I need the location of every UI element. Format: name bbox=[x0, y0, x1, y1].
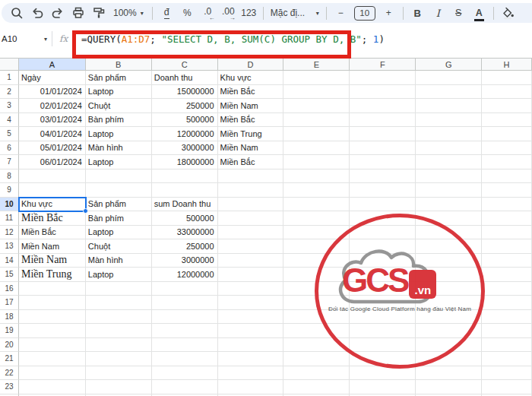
cell-H4[interactable] bbox=[482, 113, 532, 128]
row-header-21[interactable]: 21 bbox=[0, 352, 19, 366]
cell-A16[interactable] bbox=[19, 282, 86, 296]
cell-D4[interactable]: Miền Bắc bbox=[218, 113, 284, 128]
decrease-font-size-button[interactable]: − bbox=[331, 3, 351, 23]
cell-D17[interactable] bbox=[218, 296, 284, 310]
row-header-10[interactable]: 10 bbox=[0, 198, 19, 212]
cell-D10[interactable] bbox=[218, 198, 284, 212]
cell-C4[interactable]: 500000 bbox=[152, 113, 218, 128]
cell-A8[interactable] bbox=[19, 169, 86, 184]
cell-H19[interactable] bbox=[482, 324, 532, 338]
column-header-A[interactable]: A bbox=[19, 58, 86, 71]
column-header-D[interactable]: D bbox=[218, 58, 284, 71]
cell-E22[interactable] bbox=[283, 366, 350, 381]
cell-A23[interactable] bbox=[19, 380, 86, 394]
cell-G19[interactable] bbox=[416, 324, 482, 338]
row-header-4[interactable]: 4 bbox=[0, 113, 19, 128]
cell-G23[interactable] bbox=[416, 380, 482, 394]
cell-B12[interactable]: Laptop bbox=[86, 226, 152, 240]
cell-A21[interactable] bbox=[19, 352, 86, 366]
cell-G5[interactable] bbox=[416, 127, 482, 141]
cell-E15[interactable] bbox=[283, 268, 350, 282]
cell-C18[interactable] bbox=[152, 310, 218, 325]
cell-B1[interactable]: Sản phẩm bbox=[86, 71, 152, 85]
cell-B16[interactable] bbox=[86, 282, 152, 296]
cell-E12[interactable] bbox=[283, 226, 350, 240]
cell-C2[interactable]: 15000000 bbox=[152, 85, 218, 100]
cell-B10[interactable]: Sản phẩm bbox=[86, 198, 152, 212]
cell-A18[interactable] bbox=[19, 310, 86, 325]
cell-A10[interactable]: Khu vực bbox=[19, 198, 86, 212]
row-header-18[interactable]: 18 bbox=[0, 310, 19, 325]
row-header-20[interactable]: 20 bbox=[0, 338, 19, 353]
cell-B15[interactable]: Laptop bbox=[86, 268, 152, 282]
cell-G1[interactable] bbox=[416, 71, 482, 85]
cell-C20[interactable] bbox=[152, 338, 218, 353]
cell-D23[interactable] bbox=[218, 380, 284, 394]
cell-B6[interactable]: Màn hình bbox=[86, 141, 152, 156]
cell-E20[interactable] bbox=[283, 338, 350, 353]
cell-C6[interactable]: 3000000 bbox=[152, 141, 218, 156]
cell-D19[interactable] bbox=[218, 324, 284, 338]
row-header-3[interactable]: 3 bbox=[0, 99, 19, 113]
cell-H11[interactable] bbox=[482, 211, 532, 226]
cell-H17[interactable] bbox=[482, 296, 532, 310]
cell-G10[interactable] bbox=[416, 198, 482, 212]
cell-G4[interactable] bbox=[416, 113, 482, 128]
cell-A22[interactable] bbox=[19, 366, 86, 381]
select-all-corner[interactable] bbox=[0, 58, 19, 71]
row-header-16[interactable]: 16 bbox=[0, 282, 19, 296]
cell-F17[interactable] bbox=[350, 296, 416, 310]
cell-A12[interactable]: Miền Bắc bbox=[19, 226, 86, 240]
redo-icon[interactable] bbox=[47, 3, 68, 23]
cell-F3[interactable] bbox=[350, 99, 416, 113]
increase-font-size-button[interactable]: + bbox=[378, 3, 399, 23]
cell-H22[interactable] bbox=[482, 366, 532, 381]
row-header-19[interactable]: 19 bbox=[0, 324, 19, 338]
cell-C3[interactable]: 250000 bbox=[152, 99, 218, 113]
increase-decimal-button[interactable]: .00 → bbox=[218, 3, 239, 23]
cell-G9[interactable] bbox=[416, 183, 482, 198]
search-icon[interactable] bbox=[6, 3, 27, 23]
cell-C11[interactable]: 500000 bbox=[152, 211, 218, 226]
cell-G12[interactable] bbox=[416, 226, 482, 240]
cell-H3[interactable] bbox=[482, 99, 532, 113]
cell-G22[interactable] bbox=[416, 366, 482, 381]
row-header-17[interactable]: 17 bbox=[0, 296, 19, 310]
zoom-select[interactable]: 100% ▾ bbox=[109, 3, 148, 23]
cell-H9[interactable] bbox=[482, 183, 532, 198]
cell-D20[interactable] bbox=[218, 338, 284, 353]
cell-E19[interactable] bbox=[283, 324, 350, 338]
cell-D22[interactable] bbox=[218, 366, 284, 381]
cell-C7[interactable]: 18000000 bbox=[152, 155, 218, 169]
strikethrough-button[interactable]: S bbox=[448, 3, 469, 23]
cell-D3[interactable]: Miền Nam bbox=[218, 99, 284, 113]
cell-D7[interactable]: Miền Bắc bbox=[218, 155, 284, 169]
cell-C14[interactable]: 3000000 bbox=[152, 254, 218, 268]
font-size-input[interactable]: 10 bbox=[354, 6, 375, 21]
row-header-9[interactable]: 9 bbox=[0, 183, 19, 198]
cell-A11[interactable]: Miền Bắc bbox=[19, 211, 86, 226]
cell-F7[interactable] bbox=[350, 155, 416, 169]
row-header-1[interactable]: 1 bbox=[0, 71, 19, 85]
percent-format-button[interactable]: % bbox=[177, 3, 198, 23]
cell-G17[interactable] bbox=[416, 296, 482, 310]
cell-H5[interactable] bbox=[482, 127, 532, 141]
cell-H20[interactable] bbox=[482, 338, 532, 353]
cell-H18[interactable] bbox=[482, 310, 532, 325]
cell-B23[interactable] bbox=[86, 380, 152, 394]
column-header-B[interactable]: B bbox=[86, 58, 152, 71]
cell-E1[interactable] bbox=[283, 71, 350, 85]
cell-H10[interactable] bbox=[482, 198, 532, 212]
cell-G14[interactable] bbox=[416, 254, 482, 268]
bold-button[interactable]: B bbox=[407, 3, 428, 23]
cell-C8[interactable] bbox=[152, 169, 218, 184]
cell-C21[interactable] bbox=[152, 352, 218, 366]
row-header-12[interactable]: 12 bbox=[0, 226, 19, 240]
cell-F8[interactable] bbox=[350, 169, 416, 184]
cell-E11[interactable] bbox=[283, 211, 350, 226]
cell-F12[interactable] bbox=[350, 226, 416, 240]
cell-H1[interactable] bbox=[482, 71, 532, 85]
cell-B18[interactable] bbox=[86, 310, 152, 325]
cell-D9[interactable] bbox=[218, 183, 284, 198]
cell-A4[interactable]: 03/01/2024 bbox=[19, 113, 86, 128]
